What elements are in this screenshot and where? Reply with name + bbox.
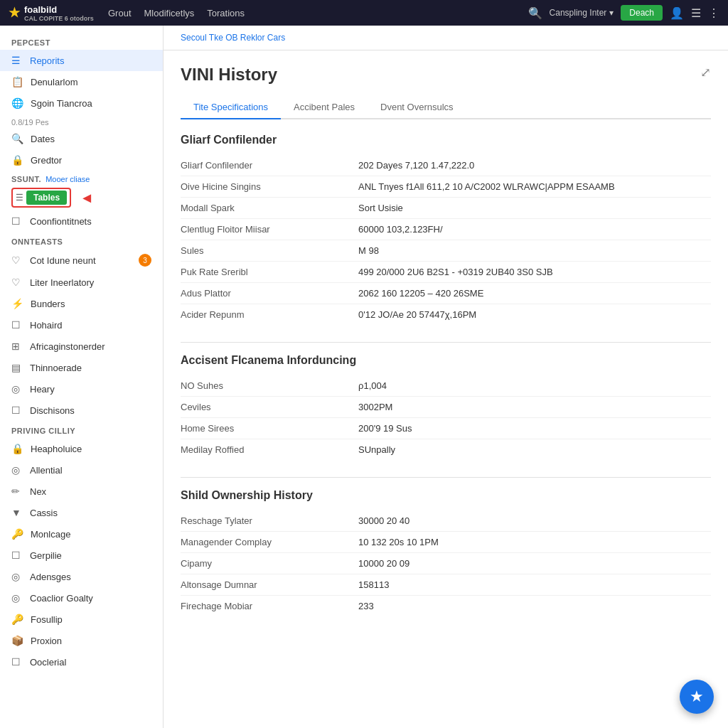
tables-button[interactable]: Tables [26, 191, 67, 205]
dischisons-icon: ☐ [11, 405, 23, 416]
row-value: M 98 [358, 245, 711, 256]
more-options-icon[interactable]: ⋮ [708, 6, 719, 20]
tab-dvent-overnsulcs[interactable]: Dvent Overnsulcs [368, 96, 466, 119]
liter-icon: ♡ [11, 277, 23, 288]
sidebar-item-fosullip[interactable]: 🔑 Fosullip [0, 609, 163, 630]
coaclior-icon: ◎ [11, 592, 23, 604]
data-row: Altonsage Dumnar 158113 [181, 574, 711, 596]
sidebar-item-monlcage[interactable]: 🔑 Monlcage [0, 523, 163, 545]
arrow-indicator-icon: ◄ [80, 190, 94, 206]
logo-star-icon: ★ [9, 5, 20, 21]
breadcrumb[interactable]: Secoul Tke OB Reklor Cars [164, 26, 728, 50]
data-row: NO Suhes ρ1,004 [181, 375, 711, 397]
fab-button[interactable]: ★ [680, 680, 714, 714]
sidebar-item-dischisons[interactable]: ☐ Dischisons [0, 400, 163, 421]
sidebar-item-denularlom[interactable]: 📋 Denularlom [0, 71, 163, 92]
sidebar-item-adensges[interactable]: ◎ Adensges [0, 566, 163, 587]
row-label: Oive Hicine Singins [181, 181, 358, 192]
row-value: ρ1,004 [358, 380, 711, 391]
row-label: Reschage Tylater [181, 515, 358, 526]
menu-icon[interactable]: ☰ [691, 6, 701, 20]
header-action-icon[interactable]: ⤢ [700, 65, 711, 80]
sidebar-item-nex[interactable]: ✏ Nex [0, 481, 163, 502]
sidebar-label-hohaird: Hohaird [30, 320, 63, 331]
page-title: VINI History [181, 65, 277, 85]
top-navigation: ★ foalbild CAL COPITE 6 otodors Grout Ml… [0, 0, 728, 26]
logo[interactable]: ★ foalbild CAL COPITE 6 otodors [9, 4, 94, 22]
section-divider [181, 342, 711, 343]
data-row: Adus Plattor 2062 160 12205 – 420 26SME [181, 283, 711, 304]
page-header: VINI History ⤢ [181, 65, 711, 85]
sidebar-item-bunders[interactable]: ⚡ Bunders [0, 293, 163, 314]
data-row: Reschage Tylater 30000 20 40 [181, 510, 711, 532]
bunders-icon: ⚡ [11, 298, 23, 309]
sidebar-item-allential[interactable]: ◎ Allential [0, 459, 163, 481]
sidebar-label-dischisons: Dischisons [30, 405, 75, 416]
sidebar-item-sgoin[interactable]: 🌐 Sgoin Tiancroa [0, 92, 163, 114]
onnteasts-section-label: ONNTEASTS [0, 232, 163, 249]
nav-link-torations[interactable]: Torations [207, 8, 245, 18]
sidebar-item-liter[interactable]: ♡ Liter Ineerlatory [0, 272, 163, 293]
cassis-icon: ▼ [11, 507, 23, 518]
sidebar-label-adensges: Adensges [30, 572, 71, 582]
sidebar-item-africaginstonerder[interactable]: ⊞ Africaginstonerder [0, 336, 163, 357]
sidebar-label-denularlom: Denularlom [31, 77, 77, 87]
sidebar-item-cassis[interactable]: ▼ Cassis [0, 502, 163, 523]
nav-link-grout[interactable]: Grout [108, 8, 132, 18]
sidebar-item-coaclior[interactable]: ◎ Coaclior Goalty [0, 587, 163, 609]
row-value: 60000 103,2.123FH/ [358, 224, 711, 235]
sidebar-item-cot-idune[interactable]: ♡ Cot Idune neunt 3 [0, 249, 163, 272]
sidebar-item-thinnoerade[interactable]: ▤ Thinnoerade [0, 357, 163, 378]
sidebar-item-reporits[interactable]: ☰ Reporits [0, 50, 163, 71]
sidebar-item-hohaird[interactable]: ☐ Hohaird [0, 314, 163, 336]
nav-links: Grout Mlodificetlys Torations [108, 8, 514, 18]
ooclerial-icon: ☐ [11, 656, 23, 668]
sidebar-item-proxion[interactable]: 📦 Proxion [0, 630, 163, 651]
cot-idune-icon: ♡ [11, 255, 23, 266]
main-layout: Pepcest ☰ Reporits 📋 Denularlom 🌐 Sgoin … [0, 26, 728, 728]
campus-label: Canspling Inter [550, 8, 607, 18]
sidebar-label-heapholuice: Heapholuice [31, 444, 82, 454]
row-label: Adus Plattor [181, 288, 358, 299]
tab-tite-specifications[interactable]: Tite Specifications [181, 96, 281, 119]
tabs-container: Tite Specifications Accibent Pales Dvent… [181, 96, 711, 119]
sidebar-label-gredtor: Gredtor [31, 155, 62, 166]
sidebar-item-coonfiontitnets[interactable]: ☐ Coonfiontitnets [0, 210, 163, 232]
sidebar-label-liter: Liter Ineerlatory [30, 277, 94, 288]
row-label: Puk Rate Sreribl [181, 267, 358, 277]
data-row: Firechage Mobiar 233 [181, 596, 711, 616]
row-label: Ceviles [181, 402, 358, 412]
sidebar-label-coaclior: Coaclior Goalty [30, 593, 93, 604]
campus-selector[interactable]: Canspling Inter ▾ [550, 8, 614, 18]
row-value: SUnpally [358, 444, 711, 455]
sidebar-item-gredtor[interactable]: 🔒 Gredtor [0, 149, 163, 171]
tab-accibent-pales[interactable]: Accibent Pales [281, 96, 368, 119]
sidebar-item-gerpilie[interactable]: ☐ Gerpilie [0, 545, 163, 566]
deach-button[interactable]: Deach [621, 5, 663, 21]
search-icon[interactable]: 🔍 [528, 6, 542, 20]
row-value: 499 20/000 2U6 B2S1 - +0319 2UB40 3S0 SJ… [358, 267, 711, 277]
nex-icon: ✏ [11, 486, 23, 497]
section-title-gliarf: Gliarf Confilender [181, 134, 711, 146]
sidebar-item-heapholuice[interactable]: 🔒 Heapholuice [0, 438, 163, 459]
data-row: Cipamy 10000 20 09 [181, 553, 711, 574]
sidebar-item-ooclerial[interactable]: ☐ Ooclerial [0, 651, 163, 673]
user-icon[interactable]: 👤 [670, 6, 684, 20]
gerpilie-icon: ☐ [11, 550, 23, 561]
row-label: Modall Spark [181, 203, 358, 213]
hohaird-icon: ☐ [11, 319, 23, 331]
row-value: 200'9 19 Sus [358, 423, 711, 434]
more-chase-link[interactable]: Mooer cliase [46, 175, 90, 183]
row-value: 202 Dayes 7,120 1.47,222.0 [358, 160, 711, 171]
data-row: Modall Spark Sort Usisie [181, 198, 711, 219]
sidebar-label-bunders: Bunders [31, 299, 65, 309]
sidebar-item-heary[interactable]: ◎ Heary [0, 378, 163, 400]
nav-link-mlodificetlys[interactable]: Mlodificetlys [144, 8, 195, 18]
sidebar-item-dates[interactable]: 🔍 Dates [0, 128, 163, 149]
sidebar-label-fosullip: Fosullip [31, 614, 63, 625]
sidebar-label-ooclerial: Ooclerial [30, 657, 66, 668]
sidebar-label-sgoin: Sgoin Tiancroa [31, 98, 92, 109]
row-value: ANL Tnyes f1All 611,2 10 A/C2002 WLRAWC|… [358, 181, 711, 192]
data-row: Clentlug Floitor Miisar 60000 103,2.123F… [181, 219, 711, 240]
sidebar-page-count: 0.8/19 Pes [0, 114, 163, 128]
